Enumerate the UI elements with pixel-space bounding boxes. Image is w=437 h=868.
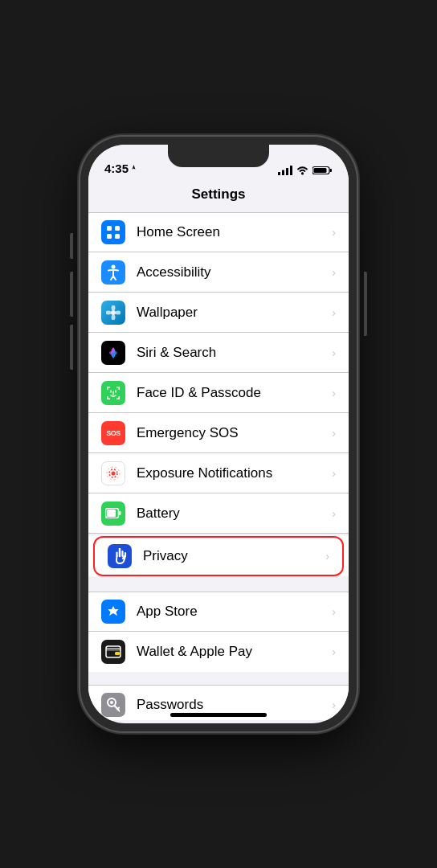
privacy-label: Privacy [143, 548, 322, 564]
chevron-icon: › [332, 226, 336, 239]
svg-point-44 [110, 701, 113, 704]
volume-down-button[interactable] [70, 325, 73, 370]
settings-item-wallet[interactable]: Wallet & Apple Pay › [88, 632, 349, 672]
battery-symbol-icon [105, 508, 121, 518]
wallet-symbol-icon [105, 645, 121, 658]
svg-line-43 [117, 708, 119, 710]
exposure-icon [101, 461, 125, 485]
passwords-icon [101, 693, 125, 717]
siri-symbol-icon [106, 346, 120, 360]
settings-item-wallpaper[interactable]: Wallpaper › [88, 293, 349, 333]
wifi-icon [296, 166, 308, 175]
svg-rect-7 [314, 168, 327, 173]
appstore-icon [101, 600, 125, 624]
chevron-icon: › [332, 306, 336, 319]
chevron-icon: › [332, 645, 336, 658]
settings-group-2: App Store › Wallet & Apple Pay › [88, 592, 349, 672]
status-time: 4:35 [104, 162, 137, 175]
svg-rect-25 [119, 387, 120, 390]
status-icons [278, 166, 333, 175]
svg-rect-35 [107, 510, 116, 517]
appstore-symbol-icon [106, 604, 120, 619]
svg-point-18 [116, 310, 121, 314]
svg-marker-0 [133, 165, 136, 170]
battery-label: Battery [137, 506, 329, 522]
exposure-label: Exposure Notifications [137, 465, 329, 481]
group-spacer [88, 579, 349, 592]
notch [168, 145, 269, 167]
svg-point-19 [109, 350, 117, 354]
settings-item-home-screen[interactable]: Home Screen › [88, 212, 349, 252]
wallpaper-icon [101, 301, 125, 325]
svg-point-16 [112, 314, 116, 320]
settings-item-battery[interactable]: Battery › [88, 493, 349, 534]
location-icon [130, 165, 137, 172]
chevron-icon: › [332, 698, 336, 711]
svg-rect-2 [282, 170, 284, 176]
battery-settings-icon [101, 502, 125, 526]
svg-rect-24 [107, 387, 108, 390]
accessibility-icon [101, 260, 125, 285]
svg-point-13 [112, 264, 116, 268]
svg-rect-9 [107, 226, 112, 231]
flower-icon [106, 305, 120, 320]
settings-item-privacy[interactable]: Privacy › [93, 536, 344, 576]
svg-rect-40 [115, 652, 120, 655]
appstore-label: App Store [137, 604, 329, 620]
settings-scroll[interactable]: Home Screen › Accessibility › [88, 212, 349, 720]
chevron-icon: › [332, 605, 336, 618]
svg-point-31 [112, 471, 116, 475]
siri-label: Siri & Search [137, 345, 329, 361]
grid-icon [106, 225, 120, 240]
settings-item-appstore[interactable]: App Store › [88, 592, 349, 632]
sos-icon: SOS [101, 421, 125, 445]
svg-point-15 [112, 305, 116, 311]
phone-screen: 4:35 [88, 145, 349, 723]
chevron-icon: › [332, 467, 336, 480]
settings-item-exposure[interactable]: Exposure Notifications › [88, 453, 349, 493]
settings-item-sos[interactable]: SOS Emergency SOS › [88, 413, 349, 453]
home-screen-icon [101, 220, 125, 244]
signal-icon [278, 166, 292, 175]
page-title: Settings [88, 180, 349, 212]
exposure-symbol-icon [105, 465, 121, 481]
chevron-icon: › [332, 387, 336, 399]
settings-group-1: Home Screen › Accessibility › [88, 212, 349, 576]
face-id-symbol-icon [105, 385, 121, 401]
hand-icon [112, 548, 127, 564]
settings-item-accessibility[interactable]: Accessibility › [88, 252, 349, 293]
privacy-wrapper: Privacy › [88, 536, 349, 576]
svg-point-14 [111, 310, 116, 315]
privacy-icon [108, 544, 132, 568]
wallet-icon [101, 640, 125, 664]
accessibility-symbol-icon [105, 264, 121, 280]
svg-rect-26 [107, 396, 108, 399]
svg-point-17 [106, 310, 112, 314]
home-screen-label: Home Screen [137, 224, 329, 240]
svg-rect-4 [290, 166, 292, 175]
svg-rect-36 [119, 511, 121, 515]
key-icon [107, 697, 120, 713]
group-spacer-2 [88, 672, 349, 685]
home-indicator[interactable] [170, 713, 267, 717]
chevron-icon: › [332, 427, 336, 440]
phone-frame: 4:35 [80, 137, 357, 731]
faceid-label: Face ID & Passcode [137, 385, 329, 401]
settings-item-siri[interactable]: Siri & Search › [88, 333, 349, 373]
chevron-icon: › [325, 550, 329, 563]
svg-rect-3 [286, 168, 288, 175]
settings-item-faceid[interactable]: Face ID & Passcode › [88, 373, 349, 413]
siri-icon [101, 341, 125, 365]
volume-up-button[interactable] [70, 272, 73, 317]
faceid-icon [101, 381, 125, 405]
wallet-label: Wallet & Apple Pay [137, 644, 329, 660]
svg-rect-10 [115, 226, 120, 231]
chevron-icon: › [332, 266, 336, 279]
svg-rect-12 [115, 234, 120, 239]
chevron-icon: › [332, 346, 336, 359]
svg-rect-27 [119, 396, 120, 399]
mute-button[interactable] [70, 233, 73, 259]
svg-rect-11 [107, 234, 112, 239]
chevron-icon: › [332, 507, 336, 520]
power-button[interactable] [364, 272, 367, 336]
